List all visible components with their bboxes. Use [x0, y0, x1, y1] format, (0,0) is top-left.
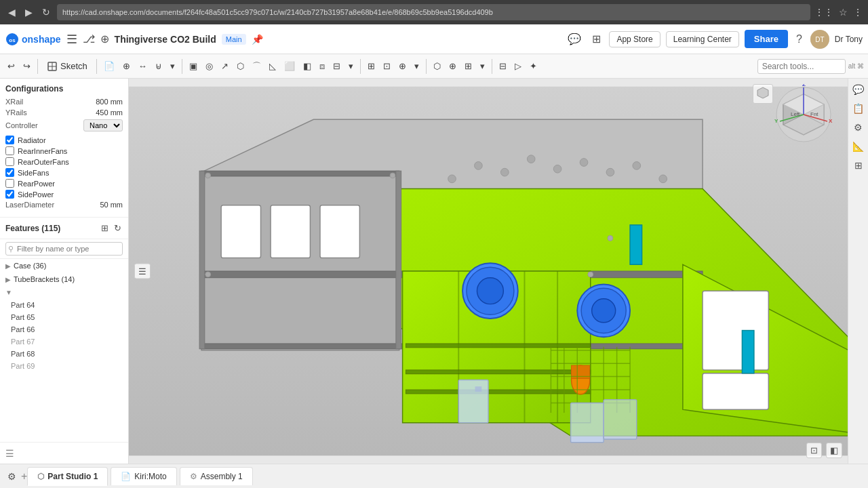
- feature-group-tubebrackets[interactable]: ▶ TubeBrackets (14): [0, 272, 128, 286]
- tab-kiri-moto[interactable]: 📄 Kiri:Moto: [111, 467, 176, 485]
- hamburger-menu[interactable]: ☰: [66, 32, 77, 47]
- more-icon[interactable]: ⋮: [853, 7, 863, 18]
- rearpower-checkbox[interactable]: [5, 179, 14, 188]
- back-button[interactable]: ◀: [5, 5, 18, 19]
- tool-revolve[interactable]: ◎: [202, 59, 216, 73]
- tubebrackets-group-label: TubeBrackets (14): [14, 275, 75, 283]
- extensions-icon[interactable]: ⋮⋮: [814, 7, 833, 18]
- rearinnerfans-checkbox[interactable]: [5, 146, 14, 155]
- tab-assembly-1[interactable]: ⚙ Assembly 1: [180, 467, 253, 485]
- tool-measure[interactable]: ⊟: [330, 59, 344, 73]
- main-branch-tag[interactable]: Main: [222, 34, 246, 45]
- svg-rect-63: [604, 400, 637, 439]
- view-cube-toggle[interactable]: [753, 84, 773, 104]
- features-filter-input[interactable]: [5, 242, 123, 256]
- tool-split[interactable]: ⧈: [316, 59, 328, 74]
- rp-btn-2[interactable]: 📋: [850, 100, 867, 117]
- tab-part-studio-1[interactable]: ⬡ Part Studio 1: [27, 467, 108, 486]
- tool-draft[interactable]: ◧: [300, 59, 315, 73]
- rp-btn-5[interactable]: ⊞: [852, 157, 865, 174]
- toolbar-separator-1: [37, 59, 38, 74]
- learning-center-button[interactable]: Learning Center: [666, 31, 739, 47]
- pin-icon[interactable]: 📌: [252, 34, 263, 45]
- sidefans-checkbox-row: SideFans: [5, 168, 123, 177]
- feature-item-part65[interactable]: Part 65: [0, 311, 128, 323]
- refresh-button[interactable]: ↻: [39, 5, 53, 19]
- features-add-btn[interactable]: ⊞: [100, 222, 110, 235]
- sidefans-label: SideFans: [18, 169, 49, 177]
- orientation-cube[interactable]: Z X Y Left Fnt: [773, 84, 834, 145]
- tool-mirror[interactable]: ⊡: [380, 59, 394, 73]
- tool-mate[interactable]: ⊕: [395, 59, 410, 73]
- features-history-btn[interactable]: ↻: [113, 222, 123, 235]
- tool-shell[interactable]: ⬜: [281, 59, 298, 73]
- rp-btn-3[interactable]: ⚙: [851, 119, 865, 136]
- tool-var[interactable]: ⊟: [496, 59, 510, 73]
- tool-plane[interactable]: ⬡: [430, 59, 444, 73]
- chat-icon-btn[interactable]: 💬: [565, 30, 584, 48]
- xrail-value: 800 mm: [96, 98, 123, 106]
- tool-dropdown-1[interactable]: ▾: [167, 59, 178, 73]
- help-button[interactable]: ?: [793, 30, 805, 48]
- collapsed-arrow-icon: ▼: [5, 289, 12, 296]
- undo-button[interactable]: ↩: [4, 59, 18, 73]
- rp-btn-1[interactable]: 💬: [850, 81, 867, 98]
- svg-point-65: [390, 173, 395, 178]
- tool-dropdown-4[interactable]: ▾: [477, 59, 488, 73]
- bookmark-icon[interactable]: ☆: [839, 7, 848, 18]
- tool-loft[interactable]: ⬡: [233, 59, 248, 73]
- tool-transform[interactable]: ↔: [135, 59, 151, 73]
- tool-dropdown-2[interactable]: ▾: [345, 59, 357, 73]
- tool-pattern[interactable]: ⊞: [364, 59, 378, 73]
- feature-group-case[interactable]: ▶ Case (36): [0, 259, 128, 272]
- show-sections-btn[interactable]: ☰: [5, 448, 14, 459]
- rearouterfans-checkbox[interactable]: [5, 157, 14, 166]
- tool-sim[interactable]: ▷: [511, 59, 525, 73]
- feature-item-part68[interactable]: Part 68: [0, 348, 128, 360]
- forward-button[interactable]: ▶: [22, 5, 35, 19]
- share-button[interactable]: Share: [745, 30, 788, 48]
- cube-icon: [756, 86, 770, 100]
- controller-select[interactable]: Nano Uno Mega: [83, 119, 123, 131]
- sidefans-checkbox[interactable]: [5, 168, 14, 177]
- user-name[interactable]: Dr Tony: [835, 35, 863, 44]
- address-bar[interactable]: https://cad.onshape.com/documents/f264fc…: [57, 4, 810, 20]
- redo-button[interactable]: ↪: [20, 59, 34, 73]
- sidepower-checkbox[interactable]: [5, 190, 14, 199]
- tool-axis[interactable]: ⊕: [446, 59, 460, 73]
- user-avatar[interactable]: DT: [810, 30, 829, 49]
- rearinnerfans-checkbox-row: RearInnerFans: [5, 146, 123, 155]
- app-store-button[interactable]: App Store: [609, 31, 660, 47]
- features-list: ▶ Case (36) ▶ TubeBrackets (14) ▼ Part 6…: [0, 259, 128, 442]
- feature-group-collapsed[interactable]: ▼: [0, 286, 128, 299]
- tool-boolean[interactable]: ⊌: [152, 59, 165, 73]
- feature-item-part67[interactable]: Part 67: [0, 336, 128, 348]
- assembly-icon: ⚙: [190, 472, 197, 481]
- feature-item-part64[interactable]: Part 64: [0, 299, 128, 311]
- viewport[interactable]: Z X Y Left Fnt ⊡ ◧ ☰: [129, 79, 848, 464]
- add-tab-button[interactable]: +: [21, 470, 27, 483]
- tool-insert[interactable]: ⊕: [119, 59, 134, 73]
- vp-tool-list[interactable]: ☰: [134, 264, 151, 279]
- tool-sweep[interactable]: ↗: [218, 59, 232, 73]
- radiator-checkbox-row: Radiator: [5, 136, 123, 144]
- tool-newdoc[interactable]: 📄: [100, 59, 118, 73]
- search-tools-input[interactable]: [757, 59, 846, 74]
- rp-btn-4[interactable]: 📐: [850, 138, 867, 155]
- display-mode-btn[interactable]: ◧: [826, 443, 842, 458]
- radiator-checkbox[interactable]: [5, 136, 14, 144]
- settings-icon-btn[interactable]: ⚙: [5, 469, 18, 484]
- tool-extrude[interactable]: ▣: [186, 59, 201, 73]
- tool-dropdown-3[interactable]: ▾: [411, 59, 422, 73]
- history-icon[interactable]: ⊕: [100, 33, 109, 45]
- tool-render[interactable]: ✦: [526, 59, 540, 73]
- tool-fillet[interactable]: ⌒: [249, 58, 264, 75]
- fit-to-screen-btn[interactable]: ⊡: [806, 443, 822, 458]
- feature-item-part66[interactable]: Part 66: [0, 323, 128, 336]
- feature-item-part69[interactable]: Part 69: [0, 360, 128, 372]
- sketch-button[interactable]: Sketch: [41, 59, 93, 74]
- tool-mate2[interactable]: ⊞: [461, 59, 475, 73]
- measure-icon-btn[interactable]: ⊞: [589, 30, 604, 48]
- tool-chamfer[interactable]: ◺: [266, 59, 279, 73]
- branch-icon[interactable]: ⎇: [83, 33, 95, 45]
